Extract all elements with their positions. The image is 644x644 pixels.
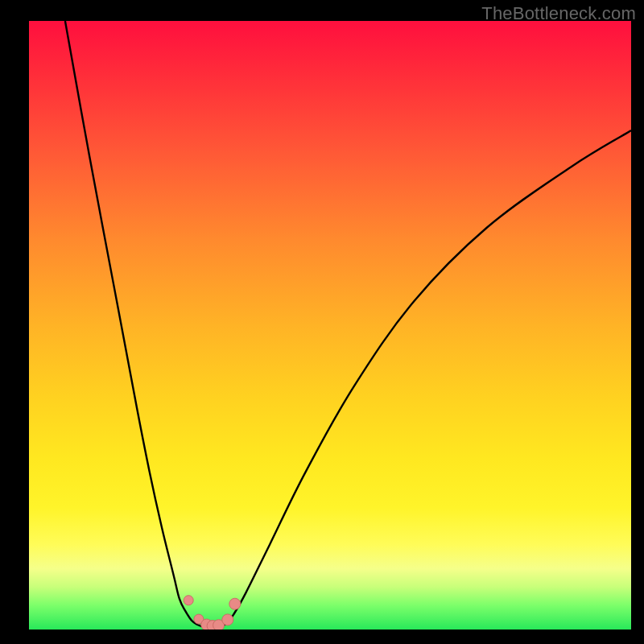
valley-marker xyxy=(222,614,233,625)
watermark-text: TheBottleneck.com xyxy=(481,3,636,24)
chart-frame: TheBottleneck.com xyxy=(0,0,644,644)
bottleneck-curve xyxy=(65,21,631,628)
valley-marker xyxy=(184,596,193,605)
valley-markers xyxy=(184,596,241,630)
plot-area xyxy=(29,21,631,630)
curve-layer xyxy=(29,21,631,630)
valley-marker xyxy=(229,598,241,609)
